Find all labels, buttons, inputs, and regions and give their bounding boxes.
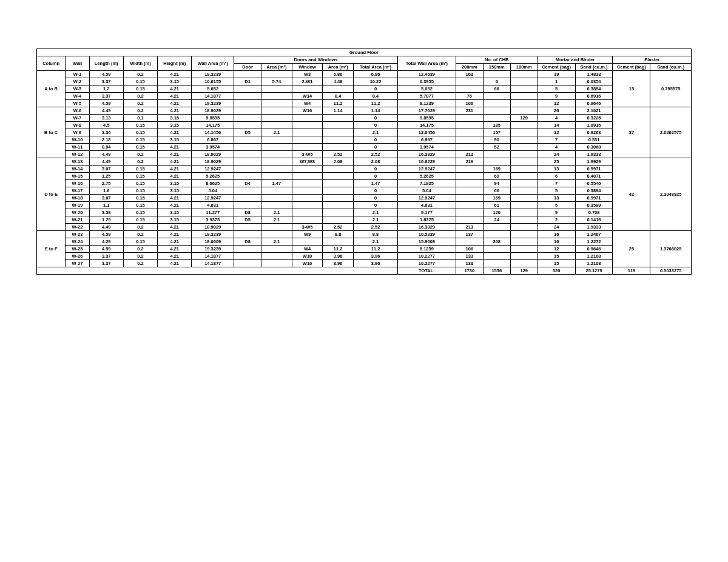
cell-wall: W-16 (66, 180, 89, 187)
cell-totalArea: 0 (353, 195, 397, 202)
cell-sand: 0.3068 (575, 144, 613, 151)
cell-winArea (323, 209, 354, 216)
cell-mm200: 106 (456, 100, 483, 107)
cell-wallArea: 14.175 (192, 122, 234, 129)
table-row: W-273.370.24.2114.1877W103.963.9610.2277… (37, 260, 692, 267)
cell-totalArea: 10.22 (353, 78, 397, 85)
cell-totalArea: 2.1 (353, 238, 397, 246)
cell-length: 4.5 (89, 122, 123, 129)
cell-cement: 2 (538, 216, 575, 224)
cell-height: 3.15 (158, 209, 192, 216)
cell-height: 3.15 (158, 122, 192, 129)
cell-width: 0.15 (123, 209, 157, 216)
cell-window: W16 (292, 107, 323, 115)
cell-mm200 (456, 129, 483, 136)
cell-window: W3 (292, 71, 323, 78)
cell-winArea (323, 180, 354, 187)
cell-doorArea: 5.74 (261, 78, 292, 85)
cell-wall: W-5 (66, 100, 89, 107)
cell-sand: 0.9263 (575, 129, 613, 136)
cell-totalWallArea: 8.1239 (398, 100, 456, 107)
cell-mm200: 163 (456, 71, 483, 78)
cell-mm100: 129 (510, 115, 538, 122)
cell-mm150 (483, 100, 510, 107)
cell-wall: W-21 (66, 216, 89, 224)
cell-sand: 0.6916 (575, 93, 613, 100)
cell-wall: W-3 (66, 85, 89, 93)
cell-door (234, 115, 261, 122)
cell-mm150: 52 (483, 144, 510, 151)
cell-mm100 (510, 231, 538, 238)
cell-length: 3.07 (89, 195, 123, 202)
cell-height: 3.15 (158, 115, 192, 122)
cell-sand: 1.2108 (575, 253, 613, 260)
cell-wallArea: 11.277 (192, 209, 234, 216)
cell-width: 0.2 (123, 151, 157, 158)
cell-width: 0.2 (123, 93, 157, 100)
totals-label: TOTAL: (398, 267, 456, 275)
cell-doorArea: 1.47 (261, 180, 292, 187)
table-row: W-183.070.154.2112.9247012.9247169130.99… (37, 195, 692, 202)
cell-door: D4 (234, 180, 261, 187)
cell-totalArea: 3.96 (353, 253, 397, 260)
group-column: E to F (37, 231, 66, 267)
cell-width: 0.1 (123, 115, 157, 122)
cell-totalArea: 0 (353, 187, 397, 195)
cell-length: 4.49 (89, 158, 123, 166)
cell-mm150 (483, 107, 510, 115)
cell-mm150 (483, 151, 510, 158)
cell-mm200 (456, 209, 483, 216)
cell-mm200 (456, 115, 483, 122)
cell-mm200 (456, 173, 483, 180)
cell-sand: 1.9929 (575, 158, 613, 166)
cell-cement: 24 (538, 151, 575, 158)
cell-doorArea (261, 224, 292, 231)
totals-cement: 320 (538, 267, 575, 275)
cell-totalArea: 3.96 (353, 260, 397, 267)
cell-mm100 (510, 209, 538, 216)
cell-width: 0.15 (123, 202, 157, 209)
cell-doorArea (261, 158, 292, 166)
cell-totalArea: 1.14 (353, 107, 397, 115)
cell-cement: 7 (538, 180, 575, 187)
cell-sand: 1.2108 (575, 260, 613, 267)
cell-wallArea: 18.9029 (192, 151, 234, 158)
col-wallarea: Wall Area (m²) (192, 56, 234, 71)
cell-mm100 (510, 246, 538, 253)
col-mortar-binder: Mortar and Binder (538, 56, 613, 64)
cell-mm100 (510, 238, 538, 246)
cell-cement: 16 (538, 231, 575, 238)
cell-cement: 15 (538, 253, 575, 260)
cell-window (292, 166, 323, 173)
cell-winArea (323, 195, 354, 202)
cell-mm150: 169 (483, 195, 510, 202)
cell-mm150 (483, 260, 510, 267)
group-column: B to C (37, 107, 66, 158)
cell-door: D5 (234, 129, 261, 136)
totals-plasterSand: 6.5033275 (650, 267, 692, 275)
cell-totalArea: 0 (353, 166, 397, 173)
cell-mm150: 69 (483, 173, 510, 180)
cell-window (292, 115, 323, 122)
totals-sand: 25.1279 (575, 267, 613, 275)
cell-sand: 0.9971 (575, 166, 613, 173)
cell-door (234, 93, 261, 100)
cell-totalArea: 0 (353, 202, 397, 209)
cell-width: 0.2 (123, 260, 157, 267)
cell-winArea (323, 216, 354, 224)
cell-wall: W-7 (66, 115, 89, 122)
cell-height: 4.21 (158, 173, 192, 180)
col-area1: Area (m²) (261, 64, 292, 71)
cell-window (292, 202, 323, 209)
table-row: W-171.60.153.155.0405.046650.3894 (37, 187, 692, 195)
cell-height: 4.21 (158, 107, 192, 115)
table-row: W-254.590.24.2119.3239W411.211.28.123910… (37, 246, 692, 253)
totals-plasterCement: 119 (613, 267, 650, 275)
cell-sand: 2.1021 (575, 107, 613, 115)
cell-totalArea: 0 (353, 122, 397, 129)
cell-winArea (323, 136, 354, 144)
cell-window (292, 129, 323, 136)
cell-window: W10 (292, 253, 323, 260)
cell-doorArea (261, 107, 292, 115)
cell-totalWallArea: 4.631 (398, 202, 456, 209)
